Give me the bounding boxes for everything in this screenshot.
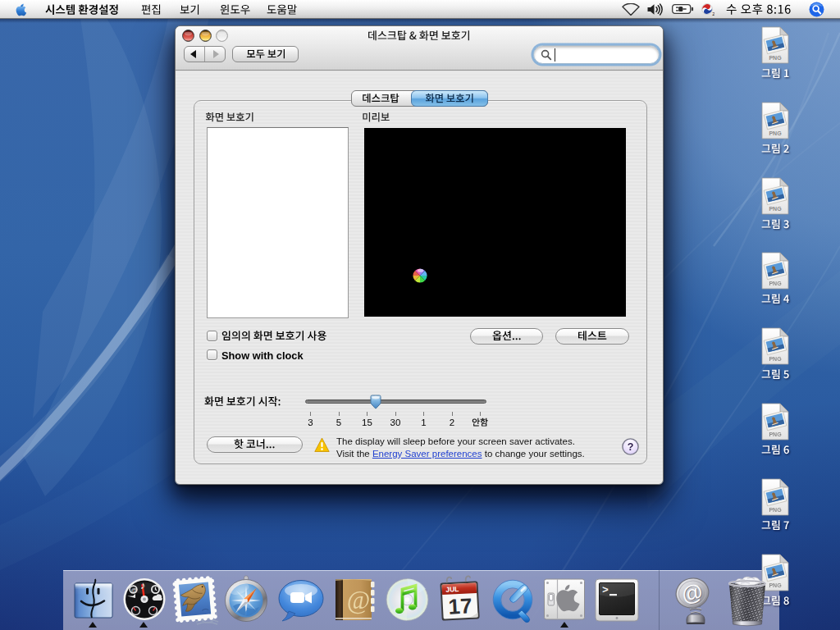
svg-text:@: @ [347,586,371,614]
svg-text:@: @ [131,587,138,594]
svg-text:PNG: PNG [769,206,782,212]
svg-text:PNG: PNG [769,507,782,513]
svg-text:?: ? [628,441,634,453]
svg-text:PNG: PNG [769,55,782,61]
svg-text:PNG: PNG [769,281,782,286]
svg-text:PNG: PNG [769,431,782,437]
svg-text:PNG: PNG [769,130,782,136]
svg-text:♪: ♪ [140,579,146,591]
svg-text:JUL: JUL [445,585,459,594]
svg-text:>: > [602,584,609,596]
svg-text:PNG: PNG [769,582,782,588]
svg-text:PNG: PNG [769,356,782,362]
svg-text:17: 17 [448,593,472,619]
svg-text:2: 2 [712,11,714,16]
